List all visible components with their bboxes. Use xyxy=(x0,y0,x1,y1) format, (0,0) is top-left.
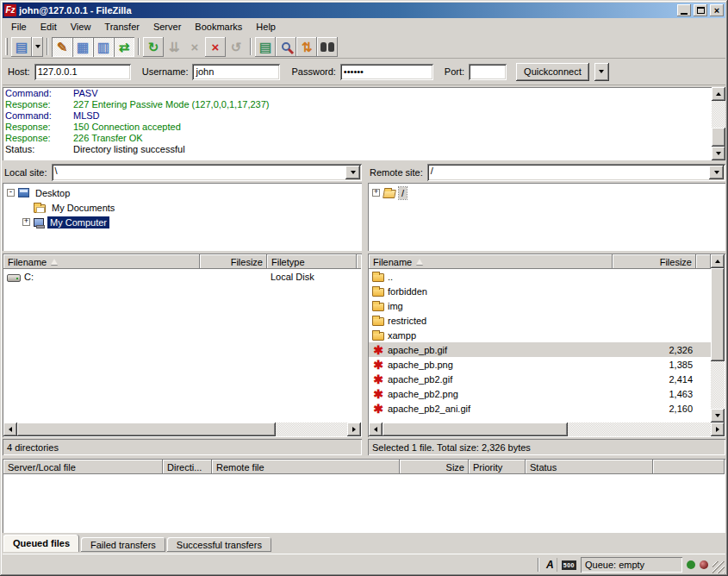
scroll-down-button[interactable] xyxy=(712,147,725,160)
menu-server[interactable]: Server xyxy=(146,20,188,34)
scroll-up-button[interactable] xyxy=(712,87,725,101)
password-input[interactable] xyxy=(340,64,433,80)
tree-item-desktop[interactable]: -Desktop xyxy=(3,185,361,200)
scroll-track[interactable] xyxy=(712,101,725,147)
local-site-dropdown-button[interactable] xyxy=(345,166,360,179)
menu-transfer[interactable]: Transfer xyxy=(97,20,146,34)
toggle-local-tree-button[interactable]: ▦ xyxy=(72,37,93,57)
tree-item-my-documents[interactable]: My Documents xyxy=(3,200,361,215)
file-row-forbidden[interactable]: forbidden xyxy=(369,284,711,298)
expand-icon[interactable]: + xyxy=(22,218,30,226)
tree-item-blank[interactable]: +/ xyxy=(369,185,725,200)
file-row-apache-pb2-ani-gif[interactable]: ✱apache_pb2_ani.gif2,160 xyxy=(369,401,711,416)
remote-vscrollbar[interactable] xyxy=(711,254,725,423)
close-button[interactable]: × xyxy=(710,4,724,16)
scroll-thumb[interactable] xyxy=(383,423,568,436)
menu-edit[interactable]: Edit xyxy=(34,20,64,34)
scroll-track[interactable] xyxy=(276,423,347,436)
filename-text: .. xyxy=(388,272,393,282)
file-row-apache-pb-png[interactable]: ✱apache_pb.png1,385 xyxy=(369,357,711,372)
scroll-left-button[interactable] xyxy=(369,423,383,436)
local-site-combo[interactable]: \ xyxy=(52,164,362,181)
file-row-xampp[interactable]: xampp xyxy=(369,328,711,342)
file-row-apache-pb2-png[interactable]: ✱apache_pb2.png1,463 xyxy=(369,386,711,401)
local-hscrollbar[interactable] xyxy=(3,423,361,436)
scroll-thumb[interactable] xyxy=(711,268,725,361)
file-row-apache-pb2-gif[interactable]: ✱apache_pb2.gif2,414 xyxy=(369,372,711,386)
column-header-label: Filesize xyxy=(660,257,692,267)
column-header-size[interactable]: Size xyxy=(400,460,469,474)
tab-queued-files[interactable]: Queued files xyxy=(3,535,79,552)
host-input[interactable] xyxy=(34,64,131,80)
port-input[interactable] xyxy=(469,64,507,80)
file-row-c[interactable]: C:Local Disk xyxy=(3,269,361,284)
filename-text: apache_pb2_ani.gif xyxy=(388,404,470,414)
username-input[interactable] xyxy=(192,64,280,80)
column-header-l[interactable]: L xyxy=(357,254,361,269)
menu-bar: FileEditViewTransferServerBookmarksHelp xyxy=(3,18,725,35)
directory-listing-filters-button[interactable]: ▤ xyxy=(255,37,276,57)
log-line-label: Response: xyxy=(5,99,73,110)
scroll-right-button[interactable] xyxy=(347,423,361,436)
column-header-filesize[interactable]: Filesize xyxy=(200,254,267,269)
menu-file[interactable]: File xyxy=(4,20,34,34)
chevron-down-icon xyxy=(599,70,604,73)
toggle-transfer-queue-button[interactable]: ⇄ xyxy=(114,37,134,57)
tree-item-label: Desktop xyxy=(33,187,72,199)
expand-icon[interactable]: + xyxy=(372,189,380,197)
column-header-priority[interactable]: Priority xyxy=(469,460,526,474)
menu-help[interactable]: Help xyxy=(249,20,283,34)
scroll-left-button[interactable] xyxy=(3,423,17,436)
data-type-indicator-icon[interactable]: A xyxy=(544,558,557,572)
quickconnect-dropdown-button[interactable] xyxy=(594,63,609,81)
column-header-filename[interactable]: Filename xyxy=(3,254,200,269)
scroll-track[interactable] xyxy=(711,268,725,409)
column-header-blank[interactable] xyxy=(696,254,711,269)
column-header-status[interactable]: Status xyxy=(526,460,653,474)
maximize-button[interactable] xyxy=(694,4,707,16)
tab-failed-transfers[interactable]: Failed transfers xyxy=(81,537,165,552)
toggle-message-log-button[interactable]: ✎ xyxy=(52,37,72,57)
menu-view[interactable]: View xyxy=(64,20,98,34)
tree-item-my-computer[interactable]: +My Computer xyxy=(3,215,361,229)
collapse-icon[interactable]: - xyxy=(7,189,15,197)
site-manager-dropdown-button[interactable] xyxy=(32,37,43,57)
directory-comparison-button[interactable] xyxy=(276,37,296,57)
column-header-blank[interactable] xyxy=(653,460,725,474)
scroll-track[interactable] xyxy=(568,423,711,436)
find-files-button[interactable] xyxy=(317,37,338,57)
minimize-button[interactable] xyxy=(677,4,691,16)
column-header-filesize[interactable]: Filesize xyxy=(613,254,696,269)
column-header-filename[interactable]: Filename xyxy=(369,254,613,269)
file-row-img[interactable]: img xyxy=(369,298,711,313)
synchronized-browsing-button[interactable]: ⇅ xyxy=(296,37,317,57)
quickconnect-button[interactable]: Quickconnect xyxy=(516,63,589,81)
file-row-restricted[interactable]: restricted xyxy=(369,313,711,328)
file-row-apache-pb-gif[interactable]: ✱apache_pb.gif2,326 xyxy=(369,342,711,357)
column-header-remote-file[interactable]: Remote file xyxy=(212,460,400,474)
refresh-button[interactable]: ↻ xyxy=(143,37,164,57)
toggle-remote-tree-button[interactable]: ▥ xyxy=(93,37,114,57)
resize-grip[interactable] xyxy=(712,561,725,573)
column-header-server-local-file[interactable]: Server/Local file xyxy=(3,460,163,474)
scroll-right-button[interactable] xyxy=(711,423,725,436)
menu-bookmarks[interactable]: Bookmarks xyxy=(188,20,249,34)
column-header-directi[interactable]: Directi... xyxy=(163,460,212,474)
disconnect-button[interactable]: × xyxy=(205,37,226,57)
message-log-pane: Command:PASVResponse:227 Entering Passiv… xyxy=(3,87,725,160)
file-row-blank[interactable]: .. xyxy=(369,269,711,284)
scroll-thumb[interactable] xyxy=(712,128,725,147)
site-manager-button[interactable]: ▤ xyxy=(11,37,32,57)
tab-successful-transfers[interactable]: Successful transfers xyxy=(167,537,271,552)
remote-hscrollbar[interactable] xyxy=(369,423,725,436)
pane-splitter[interactable] xyxy=(362,163,368,455)
remote-site-combo[interactable]: / xyxy=(427,164,725,181)
scroll-thumb[interactable] xyxy=(17,423,276,436)
remote-site-dropdown-button[interactable] xyxy=(709,166,724,179)
log-scrollbar[interactable] xyxy=(712,87,725,160)
column-header-filetype[interactable]: Filetype xyxy=(267,254,357,269)
scroll-up-button[interactable] xyxy=(711,254,725,268)
folder-icon xyxy=(372,317,384,326)
scroll-down-button[interactable] xyxy=(711,409,725,423)
speed-limit-icon[interactable]: 500 xyxy=(562,560,576,570)
